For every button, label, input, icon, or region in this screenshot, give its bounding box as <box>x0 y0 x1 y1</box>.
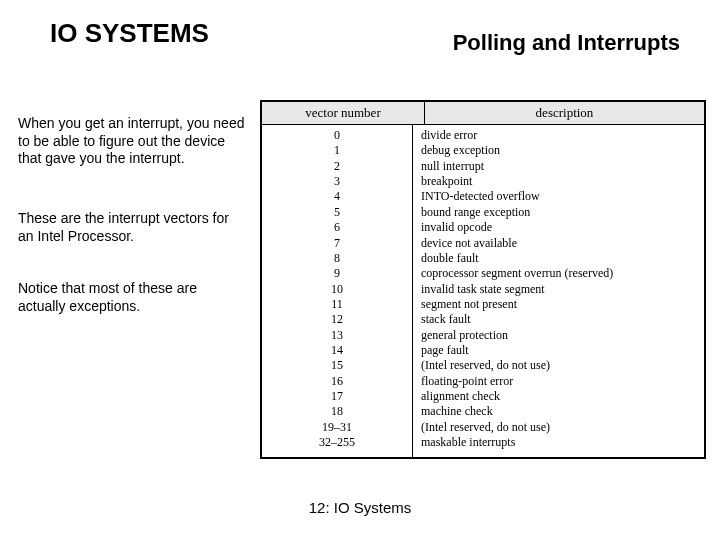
table-cell-vector: 16 <box>262 374 412 389</box>
table-cell-vector: 32–255 <box>262 435 412 450</box>
paragraph-1: When you get an interrupt, you need to b… <box>18 115 248 168</box>
table-cell-description: maskable interrupts <box>421 435 704 450</box>
table-cell-vector: 17 <box>262 389 412 404</box>
table-cell-vector: 0 <box>262 128 412 143</box>
table-cell-description: (Intel reserved, do not use) <box>421 358 704 373</box>
table-cell-description: double fault <box>421 251 704 266</box>
table-header-row: vector number description <box>262 102 704 125</box>
slide-footer: 12: IO Systems <box>0 499 720 516</box>
table-cell-vector: 3 <box>262 174 412 189</box>
table-cell-vector: 7 <box>262 236 412 251</box>
table-cell-description: alignment check <box>421 389 704 404</box>
table-cell-vector: 14 <box>262 343 412 358</box>
paragraph-2: These are the interrupt vectors for an I… <box>18 210 248 245</box>
table-cell-description: (Intel reserved, do not use) <box>421 420 704 435</box>
table-cell-description: bound range exception <box>421 205 704 220</box>
table-cell-vector: 6 <box>262 220 412 235</box>
table-cell-vector: 1 <box>262 143 412 158</box>
table-cell-description: invalid task state segment <box>421 282 704 297</box>
table-cell-vector: 4 <box>262 189 412 204</box>
paragraph-3: Notice that most of these are actually e… <box>18 280 248 315</box>
table-cell-description: breakpoint <box>421 174 704 189</box>
table-cell-vector: 15 <box>262 358 412 373</box>
table-cell-description: null interrupt <box>421 159 704 174</box>
table-cell-vector: 13 <box>262 328 412 343</box>
table-header-description: description <box>425 102 704 124</box>
table-cell-vector: 10 <box>262 282 412 297</box>
table-cell-description: machine check <box>421 404 704 419</box>
table-cell-description: page fault <box>421 343 704 358</box>
table-cell-description: INTO-detected overflow <box>421 189 704 204</box>
table-cell-description: segment not present <box>421 297 704 312</box>
table-cell-vector: 9 <box>262 266 412 281</box>
table-cell-vector: 19–31 <box>262 420 412 435</box>
page-title-left: IO SYSTEMS <box>50 18 209 49</box>
table-body: 012345678910111213141516171819–3132–255 … <box>262 125 704 457</box>
table-cell-description: debug exception <box>421 143 704 158</box>
table-cell-vector: 11 <box>262 297 412 312</box>
table-column-vector: 012345678910111213141516171819–3132–255 <box>262 125 413 457</box>
table-cell-vector: 2 <box>262 159 412 174</box>
table-cell-vector: 12 <box>262 312 412 327</box>
table-header-vector: vector number <box>262 102 425 124</box>
table-column-description: divide errordebug exceptionnull interrup… <box>413 125 704 457</box>
table-cell-description: device not available <box>421 236 704 251</box>
table-cell-description: invalid opcode <box>421 220 704 235</box>
table-cell-description: general protection <box>421 328 704 343</box>
table-cell-description: coprocessor segment overrun (reserved) <box>421 266 704 281</box>
table-cell-description: divide error <box>421 128 704 143</box>
table-cell-description: stack fault <box>421 312 704 327</box>
table-cell-vector: 8 <box>262 251 412 266</box>
page-title-right: Polling and Interrupts <box>453 30 680 56</box>
interrupt-vector-table: vector number description 01234567891011… <box>260 100 706 459</box>
table-cell-vector: 18 <box>262 404 412 419</box>
table-cell-vector: 5 <box>262 205 412 220</box>
table-cell-description: floating-point error <box>421 374 704 389</box>
